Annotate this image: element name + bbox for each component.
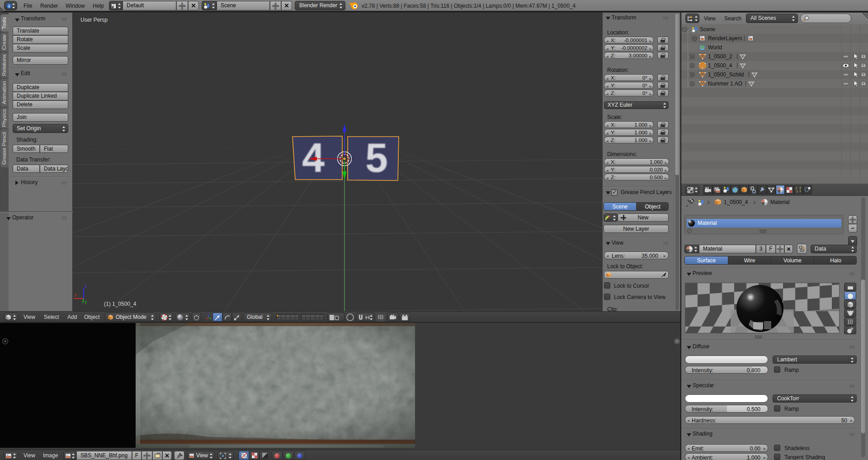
svg-text:Material: Material [770, 199, 790, 205]
svg-text:y: y [85, 299, 87, 304]
svg-text:1_0500_2: 1_0500_2 [708, 53, 732, 60]
svg-text:RenderLayers: RenderLayers [708, 35, 742, 42]
svg-text:1_0500_4: 1_0500_4 [724, 199, 748, 205]
svg-text:World: World [708, 44, 722, 51]
svg-text:1_0500_Schild: 1_0500_Schild [708, 71, 744, 78]
svg-text:1_0500_4: 1_0500_4 [708, 62, 732, 69]
svg-text:z: z [85, 283, 87, 289]
svg-text:|: | [736, 53, 738, 59]
svg-text:i: i [9, 4, 10, 9]
svg-text:|: | [745, 80, 746, 86]
svg-text:|: | [744, 35, 745, 41]
svg-text:5: 5 [365, 135, 388, 180]
svg-text:Scene: Scene [700, 26, 715, 33]
svg-text:|: | [736, 62, 738, 68]
svg-text:Nummer 1 AO: Nummer 1 AO [708, 81, 742, 87]
svg-text:x: x [74, 292, 77, 298]
svg-text:|: | [748, 71, 750, 77]
